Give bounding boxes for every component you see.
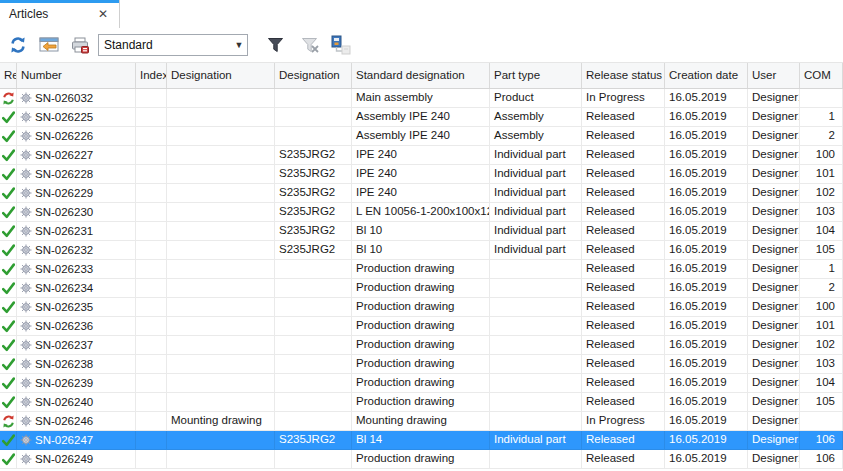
cell-designation2: S235JRG2 bbox=[275, 431, 352, 450]
table-row[interactable]: SN-026247S235JRG2Bl 14Individual partRel… bbox=[0, 431, 843, 450]
cell-designation2 bbox=[275, 298, 352, 317]
part-gear-icon bbox=[20, 415, 32, 427]
column-header-std[interactable]: Standard designation bbox=[352, 63, 490, 88]
column-header-number[interactable]: Number bbox=[17, 63, 136, 88]
cell-designation1 bbox=[167, 298, 275, 317]
column-header-com[interactable]: COM bbox=[800, 63, 843, 88]
cell-com: 103 bbox=[800, 355, 843, 374]
table-row[interactable]: SN-026249Production drawingReleased16.05… bbox=[0, 450, 843, 469]
clear-filter-button[interactable] bbox=[297, 32, 323, 58]
cell-designation2 bbox=[275, 393, 352, 412]
combobox-dropdown-icon[interactable]: ▼ bbox=[231, 40, 247, 50]
table-row[interactable]: SN-026235Production drawingReleased16.05… bbox=[0, 298, 843, 317]
part-gear-icon bbox=[20, 358, 32, 370]
cell-com: 105 bbox=[800, 393, 843, 412]
cell-status bbox=[0, 165, 17, 184]
cell-com: 1 bbox=[800, 108, 843, 127]
table-row[interactable]: SN-026231S235JRG2Bl 10Individual partRel… bbox=[0, 222, 843, 241]
cell-index bbox=[136, 355, 167, 374]
cell-creation_date: 16.05.2019 bbox=[665, 336, 748, 355]
cell-release_status: Released bbox=[582, 165, 665, 184]
cell-number: SN-026232 bbox=[17, 241, 136, 260]
column-header-release_status[interactable]: Release status bbox=[582, 63, 665, 88]
table-row[interactable]: SN-026232S235JRG2Bl 10Individual partRel… bbox=[0, 241, 843, 260]
table-row[interactable]: SN-026246Mounting drawingMounting drawin… bbox=[0, 412, 843, 431]
cell-user: Designer1 bbox=[748, 222, 800, 241]
cell-part_type bbox=[490, 336, 582, 355]
cell-number: SN-026228 bbox=[17, 165, 136, 184]
filter-funnel-icon bbox=[267, 37, 284, 53]
cell-com: 106 bbox=[800, 450, 843, 469]
cell-release_status: Released bbox=[582, 127, 665, 146]
part-gear-icon bbox=[20, 187, 32, 199]
cell-user: Designer1 bbox=[748, 431, 800, 450]
part-gear-icon bbox=[20, 301, 32, 313]
cell-status bbox=[0, 89, 17, 108]
released-check-icon bbox=[2, 358, 15, 371]
cell-std: Production drawing bbox=[352, 450, 490, 469]
cell-com: 100 bbox=[800, 146, 843, 165]
table-row[interactable]: SN-026225Assembly IPE 240AssemblyRelease… bbox=[0, 108, 843, 127]
cell-part_type bbox=[490, 450, 582, 469]
released-check-icon bbox=[2, 396, 15, 409]
table-row[interactable]: SN-026237Production drawingReleased16.05… bbox=[0, 336, 843, 355]
table-row[interactable]: SN-026236Production drawingReleased16.05… bbox=[0, 317, 843, 336]
filter-button[interactable] bbox=[262, 32, 288, 58]
cell-com bbox=[800, 412, 843, 431]
table-row[interactable]: SN-026238Production drawingReleased16.05… bbox=[0, 355, 843, 374]
print-button[interactable] bbox=[67, 32, 93, 58]
clear-filter-funnel-icon bbox=[301, 37, 320, 53]
cell-release_status: Released bbox=[582, 260, 665, 279]
cell-com bbox=[800, 89, 843, 108]
table-row[interactable]: SN-026229S235JRG2IPE 240Individual partR… bbox=[0, 184, 843, 203]
article-number: SN-026239 bbox=[35, 375, 93, 392]
cell-release_status: Released bbox=[582, 184, 665, 203]
cell-number: SN-026230 bbox=[17, 203, 136, 222]
table-row[interactable]: SN-026239Production drawingReleased16.05… bbox=[0, 374, 843, 393]
released-check-icon bbox=[2, 206, 15, 219]
view-combobox[interactable]: Standard ▼ bbox=[98, 34, 248, 56]
cell-designation2: S235JRG2 bbox=[275, 222, 352, 241]
part-gear-icon bbox=[20, 282, 32, 294]
cell-part_type bbox=[490, 374, 582, 393]
column-header-creation_date[interactable]: Creation date bbox=[665, 63, 748, 88]
article-number: SN-026235 bbox=[35, 299, 93, 316]
cell-number: SN-026240 bbox=[17, 393, 136, 412]
table-row[interactable]: SN-026230S235JRG2L EN 10056-1-200x100x12… bbox=[0, 203, 843, 222]
cell-release_status: Released bbox=[582, 317, 665, 336]
column-header-designation2[interactable]: Designation bbox=[275, 63, 352, 88]
cell-number: SN-026237 bbox=[17, 336, 136, 355]
column-header-user[interactable]: User bbox=[748, 63, 800, 88]
cell-status bbox=[0, 127, 17, 146]
article-number: SN-026232 bbox=[35, 242, 93, 259]
cell-user: Designer1 bbox=[748, 317, 800, 336]
column-header-status[interactable]: Re bbox=[0, 63, 17, 88]
table-row[interactable]: SN-026233Production drawingReleased16.05… bbox=[0, 260, 843, 279]
table-row[interactable]: SN-026032Main assemblyProductIn Progress… bbox=[0, 89, 843, 108]
column-header-designation1[interactable]: Designation bbox=[167, 63, 275, 88]
tab-close-icon[interactable]: ✕ bbox=[96, 7, 110, 21]
table-row[interactable]: SN-026228S235JRG2IPE 240Individual partR… bbox=[0, 165, 843, 184]
refresh-button[interactable] bbox=[5, 32, 31, 58]
table-row[interactable]: SN-026227S235JRG2IPE 240Individual partR… bbox=[0, 146, 843, 165]
cell-index bbox=[136, 393, 167, 412]
column-header-index[interactable]: Index bbox=[136, 63, 167, 88]
cell-part_type: Individual part bbox=[490, 146, 582, 165]
cell-creation_date: 16.05.2019 bbox=[665, 108, 748, 127]
cell-designation1 bbox=[167, 260, 275, 279]
table-row[interactable]: SN-026226Assembly IPE 240AssemblyRelease… bbox=[0, 127, 843, 146]
tab-articles[interactable]: Articles ✕ bbox=[0, 0, 120, 28]
open-result-list-button[interactable] bbox=[36, 32, 62, 58]
cell-number: SN-026225 bbox=[17, 108, 136, 127]
cell-release_status: Released bbox=[582, 355, 665, 374]
table-row[interactable]: SN-026234Production drawingReleased16.05… bbox=[0, 279, 843, 298]
transfer-button[interactable] bbox=[328, 32, 354, 58]
cell-number: SN-026226 bbox=[17, 127, 136, 146]
column-header-part_type[interactable]: Part type bbox=[490, 63, 582, 88]
table-row[interactable]: SN-026240Production drawingReleased16.05… bbox=[0, 393, 843, 412]
cell-user: Designer1 bbox=[748, 127, 800, 146]
released-check-icon bbox=[2, 301, 15, 314]
cell-status bbox=[0, 241, 17, 260]
part-gear-icon bbox=[20, 206, 32, 218]
cell-designation2 bbox=[275, 260, 352, 279]
